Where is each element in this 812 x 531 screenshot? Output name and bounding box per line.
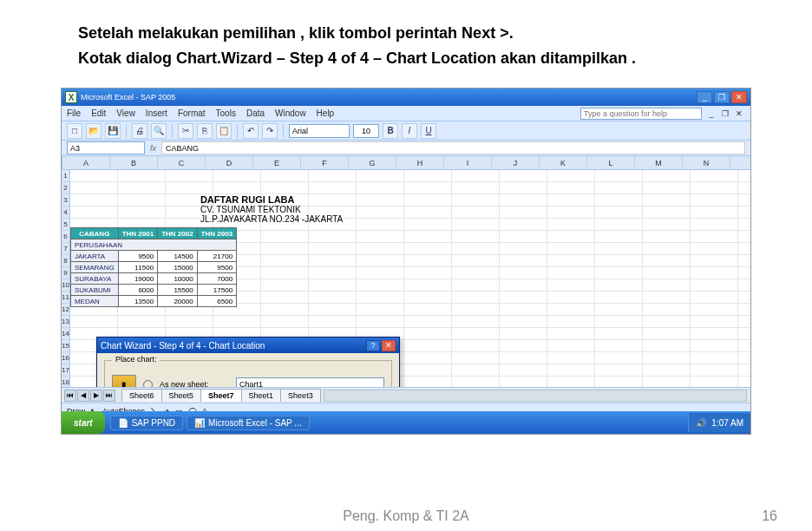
row-header[interactable]: 17 bbox=[62, 364, 69, 377]
row-header[interactable]: 5 bbox=[62, 219, 69, 231]
col-header[interactable]: L bbox=[587, 156, 635, 169]
row-header[interactable]: 2 bbox=[62, 182, 69, 194]
fx-icon[interactable]: fx bbox=[150, 144, 156, 153]
toolbar-separator bbox=[172, 124, 173, 138]
row-header[interactable]: 13 bbox=[62, 316, 69, 328]
col-header[interactable]: D bbox=[206, 156, 253, 169]
toolbar-separator bbox=[126, 124, 127, 138]
column-headers: A B C D E F G H I J K L M N O bbox=[62, 156, 750, 170]
system-tray[interactable]: 🔊 1:07 AM bbox=[688, 413, 750, 432]
open-icon[interactable]: 📂 bbox=[86, 123, 102, 139]
instruction-line-2: Kotak dialog Chart.Wizard – Step 4 of 4 … bbox=[78, 47, 734, 70]
sheet-tab[interactable]: Sheet1 bbox=[241, 389, 282, 402]
row-header[interactable]: 1 bbox=[62, 170, 69, 182]
wizard-titlebar: Chart Wizard - Step 4 of 4 - Chart Locat… bbox=[97, 338, 399, 353]
row-header[interactable]: 7 bbox=[62, 243, 69, 255]
copy-icon[interactable]: ⎘ bbox=[197, 123, 213, 139]
save-icon[interactable]: 💾 bbox=[105, 123, 121, 139]
col-header[interactable]: O bbox=[730, 156, 751, 169]
undo-icon[interactable]: ↶ bbox=[243, 123, 259, 139]
col-header[interactable]: K bbox=[540, 156, 587, 169]
menu-window[interactable]: Window bbox=[275, 108, 306, 118]
menu-data[interactable]: Data bbox=[246, 108, 265, 118]
col-header[interactable]: C bbox=[158, 156, 206, 169]
window-title: Microsoft Excel - SAP 2005 bbox=[81, 93, 175, 102]
col-header[interactable]: F bbox=[301, 156, 349, 169]
sheet-tab[interactable]: Sheet3 bbox=[280, 389, 321, 402]
row-header[interactable]: 16 bbox=[62, 352, 69, 364]
new-icon[interactable]: □ bbox=[67, 123, 82, 139]
excel-app-icon: X bbox=[65, 91, 77, 103]
bold-icon[interactable]: B bbox=[383, 123, 398, 139]
menu-edit[interactable]: Edit bbox=[91, 108, 106, 118]
grid-row[interactable] bbox=[70, 170, 751, 182]
next-sheet-icon[interactable]: ▶ bbox=[90, 390, 102, 402]
sheet-tab[interactable]: Sheet5 bbox=[161, 389, 202, 402]
menu-tools[interactable]: Tools bbox=[216, 108, 236, 118]
row-header[interactable]: 8 bbox=[62, 255, 69, 267]
col-header[interactable]: E bbox=[253, 156, 301, 169]
maximize-button[interactable]: ❐ bbox=[714, 91, 730, 103]
grid-row[interactable] bbox=[70, 182, 751, 194]
row-header[interactable]: 9 bbox=[62, 267, 69, 279]
formula-input[interactable]: CABANG bbox=[161, 141, 745, 154]
font-size-selector[interactable]: 10 bbox=[353, 124, 379, 138]
print-icon[interactable]: 🖨 bbox=[132, 123, 147, 139]
doc-close-button[interactable]: ✕ bbox=[733, 108, 745, 119]
row-header[interactable]: 15 bbox=[62, 340, 69, 352]
menu-view[interactable]: View bbox=[116, 108, 135, 118]
row-header[interactable]: 14 bbox=[62, 328, 69, 340]
row-header[interactable]: 10 bbox=[62, 279, 69, 292]
horizontal-scrollbar[interactable] bbox=[324, 390, 747, 402]
menu-insert[interactable]: Insert bbox=[146, 108, 167, 118]
row-header[interactable]: 6 bbox=[62, 231, 69, 243]
col-header[interactable]: I bbox=[444, 156, 492, 169]
table-row: PERUSAHAAN bbox=[70, 239, 236, 251]
start-button[interactable]: start bbox=[62, 411, 105, 434]
name-box[interactable]: A3 bbox=[67, 141, 145, 154]
taskbar-app[interactable]: 📄SAP PPND bbox=[110, 416, 183, 430]
row-header[interactable]: 3 bbox=[62, 194, 69, 206]
wizard-title-text: Chart Wizard - Step 4 of 4 - Chart Locat… bbox=[101, 341, 265, 351]
doc-restore-button[interactable]: ❐ bbox=[719, 108, 731, 119]
col-header[interactable]: A bbox=[62, 156, 110, 169]
font-selector[interactable]: Arial bbox=[289, 124, 350, 138]
menu-help[interactable]: Help bbox=[317, 108, 335, 118]
menu-file[interactable]: File bbox=[67, 108, 81, 118]
menu-format[interactable]: Format bbox=[178, 108, 206, 118]
redo-icon[interactable]: ↷ bbox=[262, 123, 278, 139]
report-address: JL.P.JAYAKARTA NO.234 -JAKARTA bbox=[70, 214, 343, 224]
paste-icon[interactable]: 📋 bbox=[216, 123, 232, 139]
window-titlebar: X Microsoft Excel - SAP 2005 _ ❐ ✕ bbox=[62, 88, 750, 106]
col-header[interactable]: N bbox=[683, 156, 730, 169]
help-question-input[interactable] bbox=[580, 108, 702, 120]
row-header[interactable]: 4 bbox=[62, 206, 69, 219]
wizard-help-button[interactable]: ? bbox=[366, 340, 380, 351]
sheet-tab-active[interactable]: Sheet7 bbox=[200, 389, 242, 402]
last-sheet-icon[interactable]: ⏭ bbox=[103, 390, 115, 402]
italic-icon[interactable]: I bbox=[402, 123, 417, 139]
close-button[interactable]: ✕ bbox=[731, 91, 747, 103]
underline-icon[interactable]: U bbox=[421, 123, 436, 139]
toolbar-separator bbox=[237, 124, 238, 138]
menu-items: File Edit View Insert Format Tools Data … bbox=[67, 108, 334, 118]
col-header[interactable]: B bbox=[110, 156, 158, 169]
col-header[interactable]: H bbox=[396, 156, 444, 169]
sheet-tab[interactable]: Sheet6 bbox=[121, 389, 162, 402]
wizard-close-button[interactable]: ✕ bbox=[382, 340, 396, 351]
cut-icon[interactable]: ✂ bbox=[178, 123, 193, 139]
tray-icon[interactable]: 🔊 bbox=[696, 418, 706, 428]
col-header[interactable]: M bbox=[635, 156, 683, 169]
col-header[interactable]: J bbox=[492, 156, 540, 169]
col-header[interactable]: G bbox=[349, 156, 396, 169]
clock: 1:07 AM bbox=[711, 418, 743, 428]
grid-row[interactable] bbox=[70, 316, 751, 328]
minimize-button[interactable]: _ bbox=[697, 91, 712, 103]
row-header[interactable]: 11 bbox=[62, 292, 69, 304]
preview-icon[interactable]: 🔍 bbox=[151, 123, 167, 139]
first-sheet-icon[interactable]: ⏮ bbox=[64, 390, 76, 402]
taskbar-app[interactable]: 📊Microsoft Excel - SAP ... bbox=[187, 416, 310, 430]
row-header[interactable]: 12 bbox=[62, 304, 69, 316]
doc-minimize-button[interactable]: _ bbox=[705, 108, 717, 119]
prev-sheet-icon[interactable]: ◀ bbox=[77, 390, 89, 402]
